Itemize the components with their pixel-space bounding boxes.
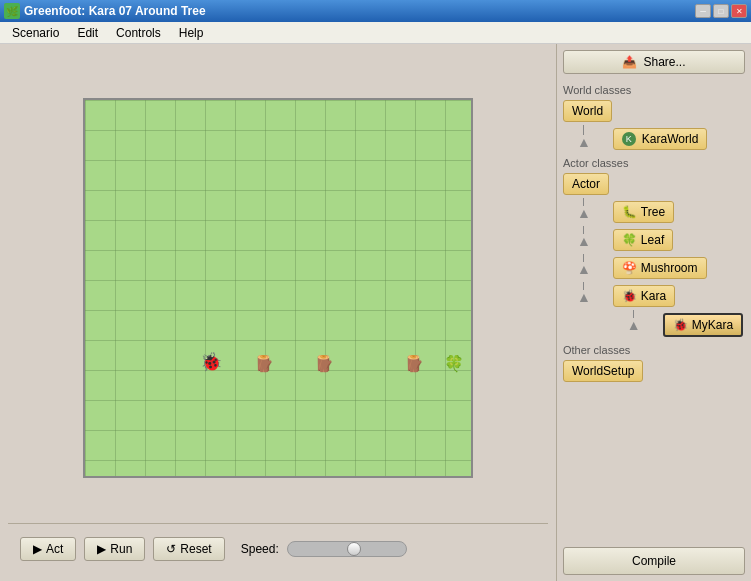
actor-classes-tree: Actor ▲ 🐛 Tree	[563, 171, 745, 340]
menu-edit[interactable]: Edit	[69, 24, 106, 42]
leaf-connector: ▲	[577, 226, 591, 248]
actor-tree-1[interactable]: 🪵	[250, 350, 278, 378]
arrow-mushroom: ▲	[577, 262, 591, 276]
speed-label: Speed:	[241, 542, 279, 556]
karaworld-icon: K	[622, 132, 636, 146]
kara-row-container: ▲ 🐞 Kara ▲	[563, 282, 745, 340]
minimize-button[interactable]: ─	[695, 4, 711, 18]
mushroom-node-row: 🍄 Mushroom	[613, 255, 707, 281]
actor-classes-label: Actor classes	[563, 157, 745, 169]
leaf-node-row: 🍀 Leaf	[613, 227, 673, 253]
mushroom-connector: ▲	[577, 254, 591, 276]
mushroom-indent: 🍄 Mushroom	[613, 254, 707, 282]
menu-help[interactable]: Help	[171, 24, 212, 42]
mykara-node-row: 🐞 MyKara	[663, 311, 743, 339]
main-content: 🐞 🪵 🪵 🪵 🍀 ▶ Act ▶ Run ↺ Reset Speed:	[0, 44, 751, 581]
title-bar: 🌿 Greenfoot: Kara 07 Around Tree ─ □ ✕	[0, 0, 751, 22]
other-classes-label: Other classes	[563, 344, 745, 356]
actor-leaf[interactable]: 🍀	[440, 350, 468, 378]
karaworld-connector: ▲	[577, 125, 591, 149]
world-class-node[interactable]: World	[563, 100, 612, 122]
maximize-button[interactable]: □	[713, 4, 729, 18]
kara-node-icon: 🐞	[622, 289, 637, 303]
world-classes-label: World classes	[563, 84, 745, 96]
bottom-bar: ▶ Act ▶ Run ↺ Reset Speed:	[8, 523, 548, 573]
mushroom-row-container: ▲ 🍄 Mushroom	[563, 254, 745, 282]
classes-section: World classes World ▲ K	[563, 80, 745, 541]
arrow-kara: ▲	[577, 290, 591, 304]
tree-class-node[interactable]: 🐛 Tree	[613, 201, 674, 223]
share-icon: 📤	[622, 55, 637, 69]
actor-class-node[interactable]: Actor	[563, 173, 609, 195]
mykara-indent: 🐞 MyKara	[663, 310, 743, 340]
arrow-tree: ▲	[577, 206, 591, 220]
kara-node-row: 🐞 Kara	[613, 283, 743, 309]
mykara-class-node[interactable]: 🐞 MyKara	[663, 313, 743, 337]
karaworld-class-node[interactable]: K KaraWorld	[613, 128, 707, 150]
leaf-class-node[interactable]: 🍀 Leaf	[613, 229, 673, 251]
arrow-leaf: ▲	[577, 234, 591, 248]
mykara-node-icon: 🐞	[673, 318, 688, 332]
tree-row-container: ▲ 🐛 Tree	[563, 198, 745, 226]
grid-overlay	[85, 100, 471, 476]
run-icon: ▶	[97, 542, 106, 556]
arrow-karaworld: ▲	[577, 135, 591, 149]
tree-indent: 🐛 Tree	[613, 198, 674, 226]
other-classes-tree: WorldSetup	[563, 358, 745, 384]
tree-connector: ▲	[577, 198, 591, 220]
mykara-connector: ▲	[627, 310, 641, 332]
speed-thumb[interactable]	[347, 542, 361, 556]
close-button[interactable]: ✕	[731, 4, 747, 18]
window-controls: ─ □ ✕	[695, 4, 747, 18]
leaf-indent: 🍀 Leaf	[613, 226, 673, 254]
reset-icon: ↺	[166, 542, 176, 556]
karaworld-node-row: K KaraWorld	[613, 126, 707, 152]
menu-controls[interactable]: Controls	[108, 24, 169, 42]
app-icon: 🌿	[4, 3, 20, 19]
mushroom-node-icon: 🍄	[622, 261, 637, 275]
leaf-row-container: ▲ 🍀 Leaf	[563, 226, 745, 254]
act-button[interactable]: ▶ Act	[20, 537, 76, 561]
left-panel: 🐞 🪵 🪵 🪵 🍀 ▶ Act ▶ Run ↺ Reset Speed:	[0, 44, 556, 581]
kara-connector: ▲	[577, 282, 591, 304]
speed-slider[interactable]	[287, 541, 407, 557]
menu-scenario[interactable]: Scenario	[4, 24, 67, 42]
actor-kara[interactable]: 🐞	[197, 348, 225, 376]
world-classes-tree: World ▲ K KaraWorld	[563, 98, 745, 153]
kara-indent: 🐞 Kara ▲	[613, 282, 743, 340]
worldsetup-class-node[interactable]: WorldSetup	[563, 360, 643, 382]
actor-node-row: Actor	[563, 171, 745, 197]
right-panel: 📤 Share... World classes World ▲	[556, 44, 751, 581]
world-node-row: World	[563, 98, 745, 124]
share-button[interactable]: 📤 Share...	[563, 50, 745, 74]
karaworld-indent: K KaraWorld	[613, 125, 707, 153]
run-button[interactable]: ▶ Run	[84, 537, 145, 561]
actor-tree-3[interactable]: 🪵	[400, 350, 428, 378]
worldsetup-node-row: WorldSetup	[563, 358, 745, 384]
karaworld-row-container: ▲ K KaraWorld	[563, 125, 745, 153]
kara-class-node[interactable]: 🐞 Kara	[613, 285, 675, 307]
tree-node-icon: 🐛	[622, 205, 637, 219]
mushroom-class-node[interactable]: 🍄 Mushroom	[613, 257, 707, 279]
world-canvas[interactable]: 🐞 🪵 🪵 🪵 🍀	[83, 98, 473, 478]
tree-node-row: 🐛 Tree	[613, 199, 674, 225]
menu-bar: Scenario Edit Controls Help	[0, 22, 751, 44]
leaf-node-icon: 🍀	[622, 233, 637, 247]
compile-button[interactable]: Compile	[563, 547, 745, 575]
act-icon: ▶	[33, 542, 42, 556]
actor-tree-2[interactable]: 🪵	[310, 350, 338, 378]
window-title: Greenfoot: Kara 07 Around Tree	[24, 4, 691, 18]
reset-button[interactable]: ↺ Reset	[153, 537, 224, 561]
arrow-mykara: ▲	[627, 318, 641, 332]
mykara-row-container: ▲ 🐞 MyKara	[613, 310, 743, 340]
